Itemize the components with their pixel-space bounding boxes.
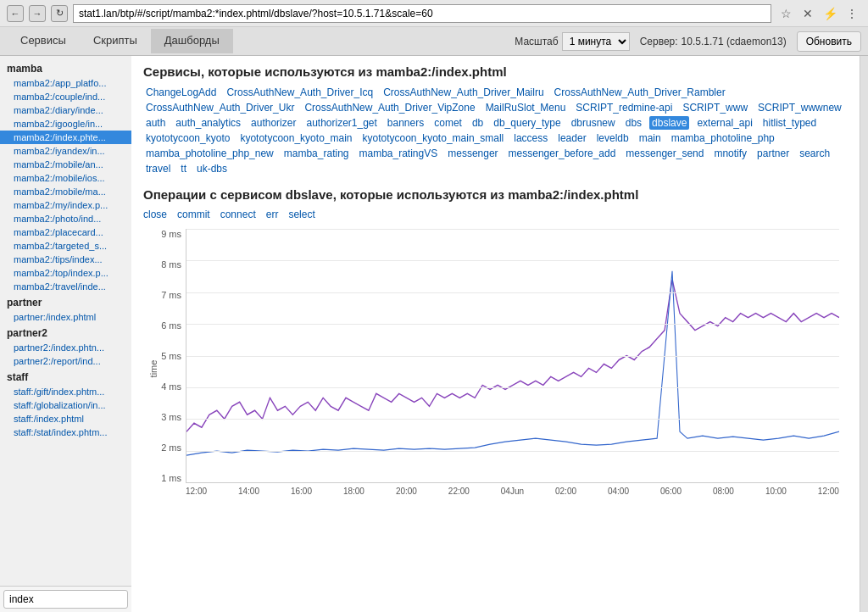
service-db-query-type[interactable]: db_query_type (491, 116, 563, 130)
op-connect[interactable]: connect (220, 209, 256, 220)
service-crossauth-vipzone[interactable]: CrossAuthNew_Auth_Driver_VipZone (302, 101, 477, 114)
service-crossauth-ukr[interactable]: CrossAuthNew_Auth_Driver_Ukr (143, 101, 297, 114)
forward-button[interactable]: → (29, 5, 46, 22)
service-rating[interactable]: mamba_rating (281, 147, 352, 160)
sidebar-item-staff-stat[interactable]: staff:/stat/index.phtm... (0, 426, 131, 439)
sidebar-group-partner2[interactable]: partner2 (0, 324, 131, 341)
sidebar-item-mamba-placecard[interactable]: mamba2:/placecard... (0, 225, 131, 239)
tab-services[interactable]: Сервисы (7, 29, 80, 53)
sidebar-item-mamba-my[interactable]: mamba2:/my/index.p... (0, 198, 131, 212)
x-tick-04jun: 04Jun (501, 487, 524, 496)
sidebar-item-mamba-tips[interactable]: mamba2:/tips/index... (0, 253, 131, 266)
service-authorizer1-get[interactable]: authorizer1_get (303, 116, 379, 130)
sidebar-item-partner-index[interactable]: partner:/index.phtml (0, 310, 131, 324)
back-button[interactable]: ← (7, 5, 24, 22)
service-tt[interactable]: tt (178, 162, 189, 175)
sidebar-item-mamba-app[interactable]: mamba2:/app_platfo... (0, 76, 131, 90)
service-messenger-send[interactable]: messenger_send (623, 147, 706, 160)
service-mnotify[interactable]: mnotify (711, 147, 749, 160)
sidebar-item-mamba-igoogle[interactable]: mamba2:/igoogle/in... (0, 117, 131, 131)
service-auth[interactable]: auth (143, 116, 168, 130)
menu-icon[interactable]: ⋮ (843, 4, 861, 23)
service-main[interactable]: main (637, 131, 664, 145)
service-kyoto-main-small[interactable]: kyototycoon_kyoto_main_small (359, 131, 506, 145)
sidebar-item-mamba-mobile-an[interactable]: mamba2:/mobile/an... (0, 158, 131, 171)
service-dbrusnew[interactable]: dbrusnew (569, 116, 618, 130)
operations-title: Операции с сервисом dbslave, которые исп… (143, 187, 848, 202)
service-kyoto-main[interactable]: kyototycoon_kyoto_main (237, 131, 354, 145)
refresh-button[interactable]: Обновить (797, 31, 861, 52)
y-tick-9ms: 9 ms (161, 229, 181, 239)
service-db[interactable]: db (470, 116, 486, 130)
sidebar-group-partner[interactable]: partner (0, 293, 131, 310)
address-bar[interactable] (73, 4, 771, 23)
service-crossauth-icq[interactable]: CrossAuthNew_Auth_Driver_Icq (224, 86, 376, 99)
sidebar-item-mamba-targeted[interactable]: mamba2:/targeted_s... (0, 239, 131, 253)
server-value[interactable]: 10.5.1.71 (cdaemon13) (682, 36, 787, 47)
close-icon[interactable]: ✕ (798, 4, 817, 23)
scale-select[interactable]: 1 минута (562, 32, 630, 51)
service-uk-dbs[interactable]: uk-dbs (194, 162, 230, 175)
sidebar-item-mamba-top[interactable]: mamba2:/top/index.p... (0, 266, 131, 280)
sidebar-item-mamba-couple[interactable]: mamba2:/couple/ind... (0, 90, 131, 103)
op-commit[interactable]: commit (177, 209, 210, 220)
service-laccess[interactable]: laccess (511, 131, 550, 145)
sidebar-item-partner2-report[interactable]: partner2:/report/ind... (0, 354, 131, 368)
op-select[interactable]: select (288, 209, 314, 220)
sidebar-item-mamba-photo[interactable]: mamba2:/photo/ind... (0, 212, 131, 225)
service-script-www[interactable]: SCRIPT_www (680, 101, 750, 114)
service-messenger[interactable]: messenger (445, 147, 500, 160)
service-search[interactable]: search (797, 147, 832, 160)
service-kyoto[interactable]: kyototycoon_kyoto (143, 131, 232, 145)
sidebar-item-mamba-travel[interactable]: mamba2:/travel/inde... (0, 280, 131, 293)
service-crossauth-rambler[interactable]: CrossAuthNew_Auth_Driver_Rambler (552, 86, 728, 99)
x-tick-1400: 14:00 (238, 487, 259, 496)
op-err[interactable]: err (266, 209, 279, 220)
service-auth-analytics[interactable]: auth_analytics (173, 116, 243, 130)
service-comet[interactable]: comet (431, 116, 465, 130)
service-banners[interactable]: banners (385, 116, 426, 130)
service-changelogadd[interactable]: ChangeLogAdd (143, 86, 219, 99)
services-list: ChangeLogAdd CrossAuthNew_Auth_Driver_Ic… (143, 86, 848, 175)
sidebar-item-mamba-diary[interactable]: mamba2:/diary/inde... (0, 103, 131, 117)
service-script-wwwnew[interactable]: SCRIPT_wwwnew (755, 101, 844, 114)
sidebar-item-mamba-mobile-ios[interactable]: mamba2:/mobile/ios... (0, 171, 131, 185)
service-photoline-new[interactable]: mamba_photoline_php_new (143, 147, 276, 160)
scale-control[interactable]: Масштаб 1 минута (515, 32, 629, 51)
service-partner[interactable]: partner (754, 147, 792, 160)
extension-icon[interactable]: ⚡ (821, 4, 839, 23)
sidebar-item-mamba-index[interactable]: mamba2:/index.phte... (0, 131, 131, 144)
x-tick-2200: 22:00 (448, 487, 470, 496)
service-leveldb[interactable]: leveldb (594, 131, 632, 145)
sidebar-group-staff[interactable]: staff (0, 368, 131, 385)
service-leader[interactable]: leader (555, 131, 588, 145)
sidebar-item-staff-globalization[interactable]: staff:/globalization/in... (0, 398, 131, 412)
service-dbs[interactable]: dbs (623, 116, 644, 130)
service-travel[interactable]: travel (143, 162, 173, 175)
service-crossauth-mailru[interactable]: CrossAuthNew_Auth_Driver_Mailru (381, 86, 546, 99)
x-tick-1200b: 12:00 (818, 487, 839, 496)
service-photoline[interactable]: mamba_photoline_php (669, 131, 777, 145)
service-hitlist-typed[interactable]: hitlist_typed (760, 116, 819, 130)
service-authorizer[interactable]: authorizer (248, 116, 298, 130)
tab-scripts[interactable]: Скрипты (80, 29, 151, 53)
service-script-redmine[interactable]: SCRIPT_redmine-api (573, 101, 675, 114)
vertical-scrollbar[interactable] (860, 56, 868, 612)
service-dbslave[interactable]: dbslave (649, 116, 689, 130)
sidebar-item-staff-index[interactable]: staff:/index.phtml (0, 412, 131, 426)
sidebar-content: mamba mamba2:/app_platfo... mamba2:/coup… (0, 56, 131, 612)
service-external-api[interactable]: external_api (694, 116, 754, 130)
sidebar-item-mamba-mobile-ma[interactable]: mamba2:/mobile/ma... (0, 185, 131, 198)
service-mailruslot[interactable]: MailRuSlot_Menu (483, 101, 569, 114)
sidebar-item-staff-gift[interactable]: staff:/gift/index.phtm... (0, 385, 131, 398)
sidebar-item-partner2-index[interactable]: partner2:/index.phtn... (0, 341, 131, 354)
reload-button[interactable]: ↻ (51, 5, 68, 22)
service-ratingvs[interactable]: mamba_ratingVS (357, 147, 441, 160)
bookmark-icon[interactable]: ☆ (776, 4, 795, 23)
sidebar-group-mamba[interactable]: mamba (0, 59, 131, 76)
op-close[interactable]: close (143, 209, 167, 220)
sidebar-search-input[interactable] (3, 590, 128, 609)
tab-dashboards[interactable]: Дашборды (151, 29, 233, 53)
service-messenger-before-add[interactable]: messenger_before_add (506, 147, 619, 160)
sidebar-item-mamba-iyandex[interactable]: mamba2:/iyandex/in... (0, 144, 131, 158)
